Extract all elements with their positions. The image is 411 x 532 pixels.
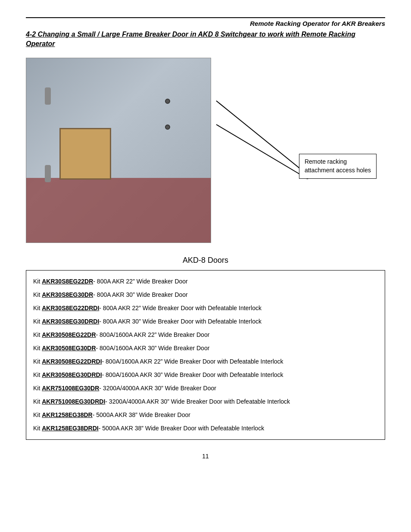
kit-description: - 800A AKR 22” Wide Breaker Door with De… bbox=[99, 305, 262, 311]
kit-description: - 800A AKR 22” Wide Breaker Door bbox=[93, 278, 187, 285]
annotation-area: Remote racking attachment access holes bbox=[211, 58, 385, 243]
svg-line-0 bbox=[216, 101, 307, 174]
kit-prefix: Kit bbox=[33, 278, 42, 285]
header-line: Remote Racking Operator for AKR Breakers bbox=[26, 17, 385, 27]
annotation-text-line1: Remote racking bbox=[305, 158, 347, 165]
annotation-label: Remote racking attachment access holes bbox=[299, 154, 377, 178]
access-hole-1 bbox=[165, 99, 170, 104]
door-window bbox=[59, 128, 111, 180]
akd-title: AKD-8 Doors bbox=[26, 256, 385, 265]
kit-row: Kit AKR1258EG38DR- 5000A AKR 38” Wide Br… bbox=[33, 408, 378, 422]
kit-id: AKR751008EG30DRDI bbox=[42, 398, 105, 405]
kit-prefix: Kit bbox=[33, 345, 42, 352]
kit-row: Kit AKR30S8EG22DRDI- 800A AKR 22” Wide B… bbox=[33, 302, 378, 315]
kit-id: AKR30S8EG30DR bbox=[42, 291, 93, 298]
kit-row: Kit AKR30S8EG30DR- 800A AKR 30” Wide Bre… bbox=[33, 288, 378, 302]
door-photo bbox=[26, 58, 211, 243]
section-title: 4-2 Changing a Small / Large Frame Break… bbox=[26, 30, 385, 49]
kit-row: Kit AKR30508EG30DR- 800A/1600A AKR 30” W… bbox=[33, 342, 378, 355]
kit-row: Kit AKR1258EG38DRDI- 5000A AKR 38” Wide … bbox=[33, 422, 378, 435]
kit-prefix: Kit bbox=[33, 371, 42, 378]
access-hole-2 bbox=[165, 124, 170, 130]
kit-id: AKR30S8EG22DR bbox=[42, 278, 93, 285]
kit-row: Kit AKR751008EG30DRDI- 3200A/4000A AKR 3… bbox=[33, 395, 378, 408]
kit-id: AKR1258EG38DR bbox=[42, 411, 93, 418]
kit-description: - 800A AKR 30” Wide Breaker Door bbox=[93, 291, 187, 298]
kit-prefix: Kit bbox=[33, 411, 42, 418]
kit-row: Kit AKR30508EG30DRDI- 800A/1600A AKR 30”… bbox=[33, 368, 378, 382]
kit-description: - 800A/1600A AKR 30” Wide Breaker Door w… bbox=[102, 371, 283, 378]
kit-description: - 3200A/4000A AKR 30” Wide Breaker Door … bbox=[105, 398, 290, 405]
door-handle-top bbox=[45, 87, 51, 105]
kit-row: Kit AKR30508EG22DR- 800A/1600A AKR 22” W… bbox=[33, 328, 378, 342]
kit-description: - 800A/1600A AKR 22” Wide Breaker Door bbox=[96, 331, 210, 338]
kit-id: AKR30508EG30DR bbox=[42, 345, 96, 352]
figure-area: Remote racking attachment access holes bbox=[26, 58, 385, 243]
kit-description: - 5000A AKR 38” Wide Breaker Door bbox=[93, 411, 190, 418]
kit-prefix: Kit bbox=[33, 305, 42, 311]
door-background bbox=[26, 58, 211, 243]
page-number: 11 bbox=[26, 453, 385, 460]
kit-prefix: Kit bbox=[33, 425, 42, 432]
kit-prefix: Kit bbox=[33, 331, 42, 338]
kit-id: AKR751008EG30DR bbox=[42, 385, 99, 392]
floor-background bbox=[26, 178, 211, 243]
svg-line-1 bbox=[216, 124, 307, 178]
kit-id: AKR30S8EG22DRDI bbox=[42, 305, 99, 311]
kit-prefix: Kit bbox=[33, 291, 42, 298]
kit-table: Kit AKR30S8EG22DR- 800A AKR 22” Wide Bre… bbox=[26, 270, 385, 440]
header-title: Remote Racking Operator for AKR Breakers bbox=[250, 20, 385, 27]
kit-id: AKR30508EG22DR bbox=[42, 331, 96, 338]
door-handle-bottom bbox=[45, 165, 51, 182]
kit-description: - 800A/1600A AKR 30” Wide Breaker Door bbox=[96, 345, 210, 352]
kit-prefix: Kit bbox=[33, 385, 42, 392]
kit-description: - 5000A AKR 38” Wide Breaker Door with D… bbox=[99, 425, 264, 432]
kit-id: AKR30508EG22DRDI bbox=[42, 358, 102, 365]
annotation-arrows bbox=[211, 58, 385, 243]
kit-id: AKR1258EG38DRDI bbox=[42, 425, 99, 432]
kit-prefix: Kit bbox=[33, 318, 42, 325]
kit-row: Kit AKR30S8EG22DR- 800A AKR 22” Wide Bre… bbox=[33, 275, 378, 288]
kit-prefix: Kit bbox=[33, 358, 42, 365]
kit-id: AKR30S8EG30DRDI bbox=[42, 318, 99, 325]
annotation-text-line2: attachment access holes bbox=[305, 167, 371, 174]
kit-id: AKR30508EG30DRDI bbox=[42, 371, 102, 378]
kit-row: Kit AKR751008EG30DR- 3200A/4000A AKR 30”… bbox=[33, 382, 378, 395]
kit-prefix: Kit bbox=[33, 398, 42, 405]
kit-description: - 800A/1600A AKR 22” Wide Breaker Door w… bbox=[102, 358, 283, 365]
kit-description: - 3200A/4000A AKR 30” Wide Breaker Door bbox=[99, 385, 216, 392]
kit-row: Kit AKR30508EG22DRDI- 800A/1600A AKR 22”… bbox=[33, 355, 378, 368]
kit-row: Kit AKR30S8EG30DRDI- 800A AKR 30” Wide B… bbox=[33, 315, 378, 328]
kit-description: - 800A AKR 30” Wide Breaker Door with De… bbox=[99, 318, 262, 325]
